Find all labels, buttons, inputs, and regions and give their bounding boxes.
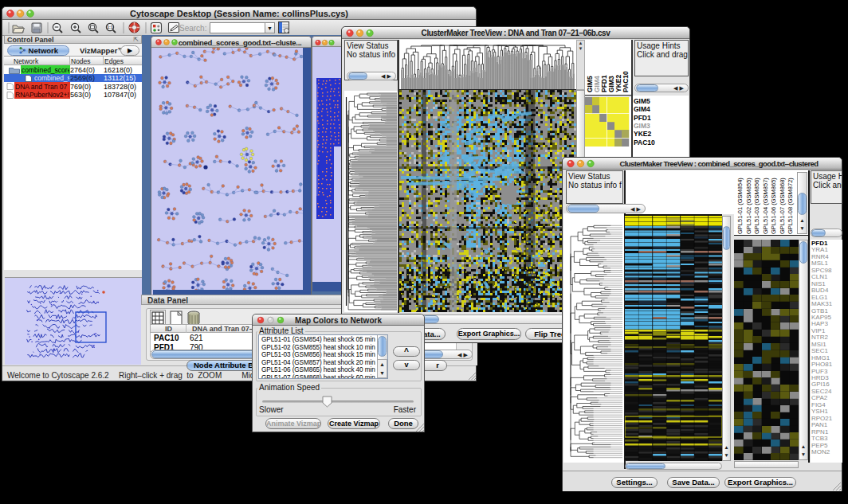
svg-text:1:1: 1:1 bbox=[107, 25, 113, 29]
